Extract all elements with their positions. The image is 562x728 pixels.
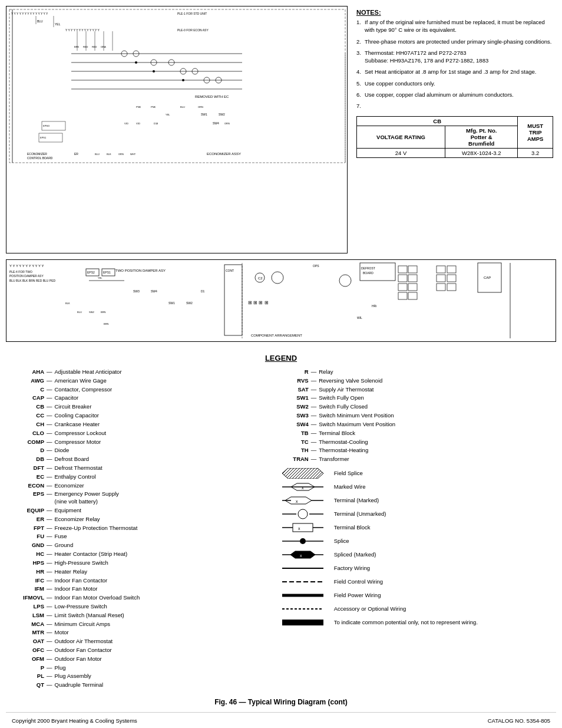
svg-text:OPS: OPS [313, 264, 319, 268]
note-4: Set Heat anticipator at .8 amp for 1st s… [356, 68, 553, 75]
factory-wiring-icon [282, 563, 329, 574]
legend-item-ofc: OFC — Outdoor Fan Contactor [12, 647, 270, 654]
legend-item-aha: AHA — Adjustable Heat Anticipator [12, 368, 270, 376]
svg-text:Y Y Y Y Y Y Y Y Y Y Y: Y Y Y Y Y Y Y Y Y Y Y [9, 264, 44, 268]
svg-text:SW2: SW2 [186, 301, 193, 305]
svg-text:WIL: WIL [357, 316, 362, 319]
note-1: If any of the original wire furnished mu… [356, 18, 553, 34]
legend-item-cap: CAP — Capacitor [12, 394, 270, 402]
svg-marker-135 [290, 551, 315, 558]
legend-item-db: DB — Defrost Board [12, 456, 270, 463]
legend-item-eps: EPS — Emergency Power Supply(nine volt b… [12, 490, 270, 506]
svg-text:BLU: BLU [95, 153, 100, 156]
legend-item-sw3: SW3 — Switch Minimum Vent Position [282, 412, 550, 420]
legend-item-lsm: LSM — Limit Switch (Manual Reset) [12, 612, 270, 620]
notes-title: NOTES: [356, 9, 553, 16]
cb-voltage-header: VOLTAGE RATING [357, 126, 445, 148]
legend-item-ifm: IFM — Indoor Fan Motor [12, 585, 270, 593]
svg-text:SW2: SW2 [219, 113, 225, 116]
footer: Copyright 2000 Bryant Heating & Cooling … [6, 712, 556, 727]
cb-part: W28X-1024-3.2 [445, 148, 518, 157]
legend-item-hc: HC — Heater Contactor (Strip Heat) [12, 551, 270, 558]
svg-text:SW2: SW2 [89, 311, 94, 314]
svg-text:x: x [298, 526, 300, 531]
legend-item-c: C — Contactor, Compressor [12, 386, 270, 394]
legend-item-sw4: SW4 — Switch Maximum Vent Position [282, 421, 550, 429]
note-6: Use copper, copper clad aluminum or alum… [356, 91, 553, 98]
symbol-common-potential: To indicate common potential only, not t… [282, 617, 550, 628]
terminal-marked-icon: x [282, 495, 329, 506]
svg-text:WHT: WHT [130, 153, 136, 156]
legend-item-ofm: OFM — Outdoor Fan Motor [12, 655, 270, 663]
legend-item-pl: PL — Plug Assembly [12, 673, 270, 680]
legend-item-sat: SAT — Supply Air Thermostat [282, 386, 550, 394]
svg-rect-128 [293, 523, 313, 532]
svg-text:PNK: PNK [136, 106, 141, 108]
legend-item-cc: CC — Cooling Capacitor [12, 412, 270, 420]
splice-icon [282, 536, 329, 546]
cb-row: 24 V W28X-1024-3.2 3.2 [357, 148, 553, 157]
svg-text:Y Y Y Y Y Y Y Y Y Y Y Y Y: Y Y Y Y Y Y Y Y Y Y Y Y Y [65, 28, 100, 32]
legend-item-ifmovl: IFMOVL — Indoor Fan Motor Overload Switc… [12, 594, 270, 602]
svg-rect-0 [6, 6, 348, 253]
legend-item-tc: TC — Thermostat-Cooling [282, 439, 550, 446]
legend-item-hr: HR — Heater Relay [12, 568, 270, 576]
legend-left: AHA — Adjustable Heat Anticipator AWG — … [12, 368, 270, 690]
legend-item-lps: LPS — Low-Pressure Switch [12, 603, 270, 611]
svg-text:C2: C2 [258, 276, 263, 280]
svg-text:PLE-1 FOR STD UNIT: PLE-1 FOR STD UNIT [177, 12, 207, 15]
svg-text:YEL: YEL [166, 113, 170, 116]
legend-item-oat: OAT — Outdoor Air Thermostat [12, 638, 270, 645]
svg-text:POSITION DAMPER ASY: POSITION DAMPER ASY [9, 274, 44, 278]
legend-section: LEGEND AHA — Adjustable Heat Anticipator… [6, 351, 556, 693]
legend-item-dft: DFT — Defrost Thermostat [12, 465, 270, 472]
svg-text:PNK: PNK [151, 106, 156, 108]
svg-point-49 [182, 79, 184, 81]
notes-area: NOTES: If any of the original wire furni… [353, 6, 556, 253]
svg-text:ECONOMIZER: ECONOMIZER [27, 152, 47, 156]
svg-point-51 [135, 61, 137, 64]
svg-text:TWO POSITION DAMPER ASY: TWO POSITION DAMPER ASY [115, 269, 166, 272]
symbol-marked-wire: x Marked Wire [282, 482, 550, 492]
svg-text:EPS1: EPS1 [40, 136, 47, 139]
svg-text:BRN: BRN [101, 311, 106, 314]
svg-text:YEL: YEL [55, 22, 61, 26]
legend-item-rvs: RVS — Reversing Valve Solenoid [282, 377, 550, 385]
svg-text:ECONOMIZER ASSY: ECONOMIZER ASSY [207, 152, 241, 156]
symbol-accessory: Accessory or Optional Wiring [282, 604, 550, 614]
legend-item-cb: CB — Circuit Breaker [12, 403, 270, 411]
cb-amps: 3.2 [518, 148, 553, 157]
svg-text:VIO: VIO [136, 122, 140, 125]
svg-text:EPSO: EPSO [43, 124, 49, 127]
svg-text:ORN: ORN [198, 106, 203, 108]
legend-item-r: R — Relay [282, 368, 550, 376]
legend-item-tb: TB — Terminal Block [282, 430, 550, 437]
cb-header: CB [357, 116, 518, 126]
svg-text:VIO: VIO [124, 122, 128, 125]
svg-text:ORA: ORA [101, 45, 106, 48]
svg-text:EPS1: EPS1 [103, 271, 111, 274]
field-control-icon [282, 577, 329, 587]
svg-text:BRK: BRK [74, 45, 80, 48]
svg-text:COMPONENT ARRANGEMENT: COMPONENT ARRANGEMENT [251, 334, 302, 337]
legend-item-qt: QT — Quadruple Terminal [12, 681, 270, 689]
legend-item-p: P — Plug [12, 664, 270, 672]
note-3: Thermostat: HH07AT172 and P272-2783Subba… [356, 49, 553, 65]
svg-text:ORN: ORN [118, 153, 124, 156]
cb-must-trip: MUSTTRIPAMPS [518, 116, 553, 148]
svg-text:EPS2: EPS2 [87, 271, 95, 274]
legend-item-ch: CH — Crankcase Heater [12, 421, 270, 429]
svg-text:BLK: BLK [107, 153, 111, 156]
legend-item-clo: CLO — Compressor Lockout [12, 430, 270, 437]
legend-item-fu: FU — Fuse [12, 533, 270, 541]
symbol-field-control: Field Control Wiring [282, 577, 550, 587]
svg-text:SW1: SW1 [201, 113, 207, 116]
svg-text:Y Y Y Y Y Y Y Y Y Y Y Y Y Y: Y Y Y Y Y Y Y Y Y Y Y Y Y Y [11, 12, 48, 15]
marked-wire-icon: x [282, 482, 329, 492]
svg-text:CAP: CAP [484, 276, 491, 279]
svg-text:PLE-0 FOR ECON ASY: PLE-0 FOR ECON ASY [177, 28, 209, 32]
symbol-field-splice: Field Splice [282, 468, 550, 479]
field-power-icon [282, 590, 329, 601]
svg-text:D1: D1 [201, 289, 205, 293]
symbol-field-power: Field Power Wiring [282, 590, 550, 601]
